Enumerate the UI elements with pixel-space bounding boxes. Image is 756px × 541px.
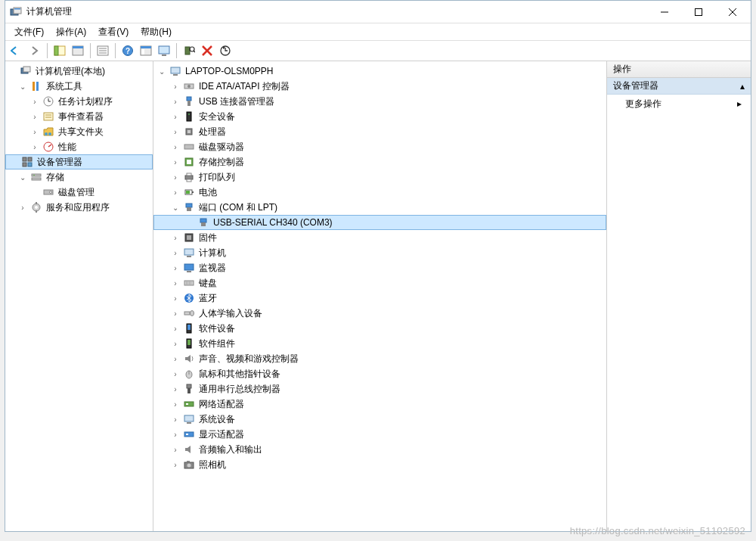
expand-icon[interactable]: › [29,126,40,137]
expand-icon[interactable]: › [170,141,181,152]
collapse-icon[interactable]: ⌄ [156,66,167,76]
properties-button[interactable] [70,42,86,59]
svg-rect-68 [185,176,193,179]
expand-icon[interactable]: › [29,141,40,152]
collapse-icon[interactable]: ⌄ [17,172,28,182]
expand-icon[interactable]: › [170,368,181,379]
device-storage-controllers[interactable]: ›存储控制器 [153,154,606,169]
expand-icon[interactable]: › [170,247,181,258]
device-disk-drives[interactable]: ›磁盘驱动器 [153,139,606,154]
expand-icon[interactable]: › [170,278,181,288]
device-audio-io[interactable]: ›音频输入和输出 [153,442,606,457]
device-security[interactable]: ›安全设备 [153,109,606,124]
tree-event-viewer[interactable]: ›事件查看器 [5,109,153,124]
expand-icon[interactable]: › [170,187,181,197]
tree-device-manager[interactable]: 设备管理器 [5,154,153,169]
device-display-adapters[interactable]: ›显示适配器 [153,427,606,442]
expand-icon[interactable]: › [170,126,181,137]
scan-hardware-button[interactable] [181,42,197,59]
list-view-button[interactable] [94,42,111,59]
menu-file[interactable]: 文件(F) [10,24,48,40]
expand-icon[interactable]: › [170,157,181,167]
device-batteries[interactable]: ›电池 [153,185,606,200]
expand-icon[interactable]: › [17,202,28,213]
device-firmware[interactable]: ›固件 [153,230,606,245]
expand-icon[interactable]: › [170,399,181,409]
tree-disk-management[interactable]: 磁盘管理 [5,185,153,200]
device-cameras[interactable]: ›照相机 [153,457,606,472]
expand-icon[interactable]: › [170,459,181,470]
expand-icon[interactable] [7,66,17,76]
expand-icon[interactable]: › [170,96,181,107]
expand-icon[interactable]: › [170,263,181,273]
device-root[interactable]: ⌄LAPTOP-OLSM0PPH [153,64,606,79]
close-button[interactable] [715,1,749,23]
maximize-button[interactable] [681,1,715,23]
expand-icon[interactable]: › [170,81,181,92]
device-ide[interactable]: ›IDE ATA/ATAPI 控制器 [153,79,606,94]
uninstall-device-button[interactable] [199,42,215,59]
expand-icon[interactable]: › [29,96,40,107]
device-software-devices[interactable]: ›软件设备 [153,321,606,336]
update-driver-button[interactable] [217,42,234,59]
back-button[interactable] [8,42,25,59]
device-sound[interactable]: ›声音、视频和游戏控制器 [153,351,606,366]
device-software-components[interactable]: ›软件组件 [153,336,606,351]
actions-section-title[interactable]: 设备管理器 ▴ [607,78,751,95]
tree-storage[interactable]: ⌄存储 [5,169,153,185]
tree-label: 存储控制器 [197,156,244,169]
storage-controller-icon [183,156,195,168]
expand-icon[interactable]: › [170,384,181,394]
tree-shared-folders[interactable]: ›共享文件夹 [5,124,153,139]
expand-icon[interactable] [8,157,19,167]
tree-task-scheduler[interactable]: ›任务计划程序 [5,94,153,109]
monitor-icon[interactable] [156,42,172,59]
clock-icon [42,95,54,107]
expand-icon[interactable]: › [170,323,181,334]
device-ports[interactable]: ⌄端口 (COM 和 LPT) [153,200,606,215]
device-network-adapters[interactable]: ›网络适配器 [153,396,606,412]
tree-root[interactable]: 计算机管理(本地) [5,64,153,79]
show-console-tree-button[interactable] [138,42,154,59]
expand-icon[interactable]: › [170,172,181,182]
disk-icon [42,186,54,198]
device-mice[interactable]: ›鼠标和其他指针设备 [153,366,606,381]
menu-help[interactable]: 帮助(H) [136,24,176,40]
menu-action[interactable]: 操作(A) [51,24,91,40]
expand-icon[interactable]: › [170,429,181,440]
minimize-button[interactable] [647,1,681,23]
expand-icon[interactable] [184,217,195,228]
device-usb-serial[interactable]: USB-SERIAL CH340 (COM3) [153,215,606,230]
expand-icon[interactable]: › [170,414,181,424]
expand-icon[interactable]: › [170,338,181,349]
device-usb-connector[interactable]: ›USB 连接器管理器 [153,94,606,109]
more-actions[interactable]: 更多操作 ▸ [607,95,751,113]
device-hid[interactable]: ›人体学输入设备 [153,306,606,321]
tree-performance[interactable]: ›性能 [5,139,153,154]
device-print-queues[interactable]: ›打印队列 [153,169,606,185]
expand-icon[interactable]: › [170,111,181,122]
collapse-icon[interactable]: ⌄ [17,81,28,92]
device-bluetooth[interactable]: ›蓝牙 [153,291,606,306]
menu-view[interactable]: 查看(V) [94,24,133,40]
expand-icon[interactable]: › [170,293,181,303]
expand-icon[interactable]: › [170,308,181,319]
expand-icon[interactable]: › [170,353,181,364]
device-computer[interactable]: ›计算机 [153,245,606,260]
expand-icon[interactable]: › [170,444,181,455]
show-hide-tree-button[interactable] [51,42,68,59]
help-button[interactable]: ? [119,42,136,59]
device-monitors[interactable]: ›监视器 [153,260,606,275]
device-system-devices[interactable]: ›系统设备 [153,412,606,427]
forward-button[interactable] [26,42,43,59]
expand-icon[interactable]: › [170,232,181,243]
collapse-icon[interactable]: ⌄ [170,202,181,213]
device-processors[interactable]: ›处理器 [153,124,606,139]
expand-icon[interactable] [29,187,40,197]
tree-system-tools[interactable]: ⌄系统工具 [5,79,153,94]
svg-rect-54 [36,210,37,213]
expand-icon[interactable]: › [29,111,40,122]
device-usb-controllers[interactable]: ›通用串行总线控制器 [153,381,606,396]
tree-services-apps[interactable]: ›服务和应用程序 [5,200,153,215]
device-keyboards[interactable]: ›键盘 [153,275,606,291]
